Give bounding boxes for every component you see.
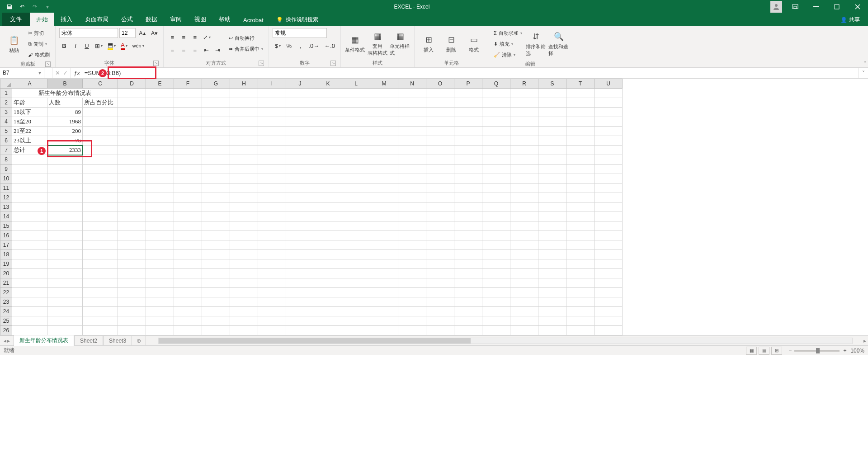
cell[interactable] [426,259,454,269]
cell[interactable] [174,221,202,231]
cell[interactable] [342,174,370,184]
increase-decimal-button[interactable]: .0→ [307,41,321,51]
italic-button[interactable]: I [71,41,80,51]
cell[interactable] [83,316,118,326]
cell[interactable] [454,89,482,98]
cell[interactable] [174,231,202,240]
cell[interactable] [426,184,454,193]
paste-button[interactable]: 📋 粘贴 [4,34,24,54]
cell[interactable] [314,221,342,231]
cell[interactable] [482,240,510,250]
cell[interactable] [370,174,398,184]
cell[interactable] [454,165,482,174]
cell[interactable] [47,165,83,174]
tab-view[interactable]: 视图 [188,13,212,26]
enter-icon[interactable]: ✓ [63,70,68,76]
cell[interactable] [258,127,286,136]
cell[interactable] [370,307,398,316]
align-right-button[interactable]: ≡ [190,45,200,55]
cell[interactable] [594,117,623,127]
cell[interactable] [594,278,623,288]
cell[interactable] [398,278,426,288]
cell[interactable] [398,108,426,117]
cell[interactable] [118,231,146,240]
cell[interactable] [258,155,286,165]
cell[interactable] [83,240,118,250]
cell[interactable] [398,259,426,269]
cell[interactable] [594,231,623,240]
autosum-button[interactable]: Σ自动求和▾ [492,28,524,38]
tab-formulas[interactable]: 公式 [115,13,139,26]
cell[interactable] [510,307,538,316]
row-header[interactable]: 15 [0,221,12,231]
cell[interactable] [314,297,342,307]
cell[interactable] [314,212,342,221]
cell[interactable] [230,136,258,146]
cell[interactable] [454,108,482,117]
cell[interactable] [510,278,538,288]
cell[interactable] [510,316,538,326]
cell[interactable] [398,288,426,297]
cell[interactable] [342,307,370,316]
cell[interactable] [314,307,342,316]
dialog-launcher-icon[interactable]: ↘ [153,61,159,66]
cell[interactable] [482,155,510,165]
cell[interactable] [174,326,202,335]
share-button[interactable]: 👤 共享 [837,13,863,26]
cell[interactable] [230,326,258,335]
dialog-launcher-icon[interactable]: ↘ [45,61,51,67]
cell[interactable] [118,240,146,250]
cell[interactable] [398,250,426,259]
cell[interactable] [342,288,370,297]
cell[interactable] [398,146,426,155]
cell[interactable] [258,240,286,250]
cell[interactable] [174,127,202,136]
cell[interactable] [202,117,230,127]
cell[interactable] [202,250,230,259]
clear-button[interactable]: 🧹清除▾ [492,50,524,60]
row-header[interactable]: 3 [0,108,12,117]
cell[interactable] [258,297,286,307]
cell[interactable] [454,297,482,307]
cell[interactable]: 18至20 [12,117,47,127]
cell[interactable] [258,307,286,316]
wrap-text-button[interactable]: ↩自动换行 [227,33,265,43]
cell[interactable] [594,259,623,269]
cell[interactable] [482,127,510,136]
cell[interactable] [258,136,286,146]
cell[interactable] [398,174,426,184]
cell[interactable] [510,202,538,212]
orientation-button[interactable]: ⤢ [201,32,212,42]
row-header[interactable]: 13 [0,202,12,212]
insert-cells-button[interactable]: ⊞插入 [418,34,439,53]
cell[interactable] [454,240,482,250]
cell[interactable] [286,221,314,231]
cell[interactable] [510,269,538,278]
cell[interactable] [47,193,83,202]
cell[interactable] [398,240,426,250]
cell[interactable] [342,98,370,108]
cell[interactable] [286,297,314,307]
percent-button[interactable]: % [284,41,294,51]
column-header[interactable]: D [118,79,146,89]
row-header[interactable]: 9 [0,165,12,174]
cell[interactable] [482,136,510,146]
cell[interactable] [230,117,258,127]
cell[interactable] [538,165,566,174]
cell[interactable] [314,250,342,259]
cell[interactable] [12,212,47,221]
cell[interactable] [202,89,230,98]
cell[interactable]: 人数 [47,98,83,108]
cell[interactable]: 年龄 [12,98,47,108]
cell[interactable] [314,326,342,335]
cell[interactable] [230,259,258,269]
cell[interactable] [370,259,398,269]
cell[interactable] [538,155,566,165]
cell[interactable] [398,212,426,221]
cell[interactable] [454,231,482,240]
cell[interactable] [118,146,146,155]
cell[interactable] [426,297,454,307]
cell[interactable] [146,165,174,174]
cell[interactable] [174,108,202,117]
cell[interactable]: 18以下 [12,108,47,117]
